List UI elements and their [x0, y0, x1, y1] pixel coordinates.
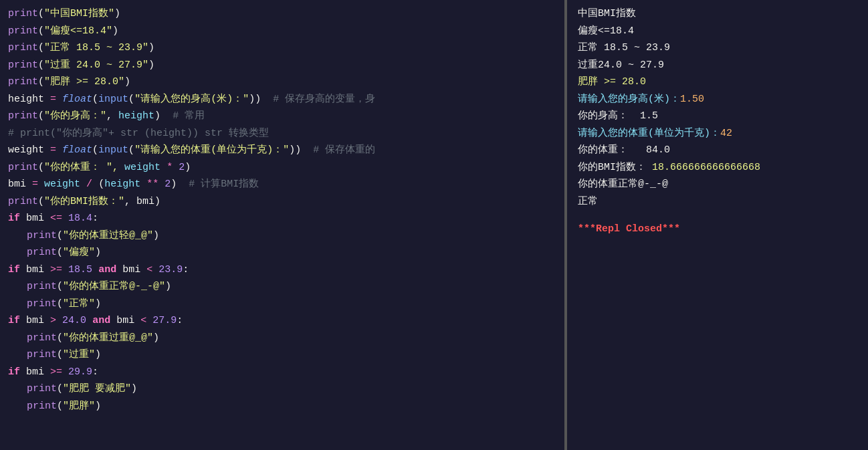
output-line-7: 你的身高： 1.5 [578, 108, 857, 125]
code-line-21: print("过重") [8, 346, 556, 364]
output-line-12: 正常 [578, 193, 857, 211]
code-line-14: print("你的体重过轻@_@") [8, 227, 556, 245]
code-line-17: print("你的体重正常@-_-@") [8, 278, 556, 296]
output-panel: 中国BMI指数 偏瘦<=18.4 正常 18.5 ~ 23.9 过重24.0 ~… [567, 0, 868, 450]
code-line-5: print("肥胖 >= 28.0") [8, 74, 556, 91]
output-line-3: 正常 18.5 ~ 23.9 [578, 39, 857, 57]
code-line-24: print("肥胖") [8, 398, 556, 415]
code-line-22: if bmi >= 29.9: [8, 364, 556, 381]
code-line-12: print("你的BMI指数：", bmi) [8, 193, 556, 211]
code-line-10: print("你的体重： ", weight * 2) [8, 159, 556, 177]
output-repl-closed: ***Repl Closed*** [578, 221, 857, 238]
code-line-23: print("肥肥 要减肥") [8, 380, 556, 398]
code-line-15: print("偏瘦") [8, 244, 556, 261]
output-line-2: 偏瘦<=18.4 [578, 23, 857, 40]
code-line-8: # print("你的身高"+ str (height)) str 转换类型 [8, 125, 556, 142]
code-line-3: print("正常 18.5 ~ 23.9") [8, 39, 556, 57]
code-line-18: print("正常") [8, 296, 556, 313]
code-line-4: print("过重 24.0 ~ 27.9") [8, 57, 556, 74]
output-line-11: 你的体重正常@-_-@ [578, 176, 857, 193]
editor-panel[interactable]: print("中国BMI指数") print("偏瘦<=18.4") print… [0, 0, 567, 450]
output-line-4: 过重24.0 ~ 27.9 [578, 57, 857, 74]
output-line-5: 肥胖 >= 28.0 [578, 74, 857, 91]
code-line-9: weight = float(input("请输入您的体重(单位为千克)："))… [8, 142, 556, 159]
code-line-7: print("你的身高：", height) # 常用 [8, 108, 556, 125]
code-line-6: height = float(input("请输入您的身高(米)：")) # 保… [8, 91, 556, 108]
output-line-8: 请输入您的体重(单位为千克)：42 [578, 125, 857, 142]
code-line-1: print("中国BMI指数") [8, 5, 556, 23]
code-line-20: print("你的体重过重@_@") [8, 330, 556, 347]
code-line-2: print("偏瘦<=18.4") [8, 23, 556, 40]
code-line-13: if bmi <= 18.4: [8, 210, 556, 227]
code-line-19: if bmi > 24.0 and bmi < 27.9: [8, 312, 556, 330]
code-line-11: bmi = weight / (height ** 2) # 计算BMI指数 [8, 176, 556, 193]
output-line-9: 你的体重： 84.0 [578, 142, 857, 159]
code-line-16: if bmi >= 18.5 and bmi < 23.9: [8, 261, 556, 279]
output-line-10: 你的BMI指数： 18.666666666666668 [578, 159, 857, 177]
output-line-6: 请输入您的身高(米)：1.50 [578, 91, 857, 108]
output-line-1: 中国BMI指数 [578, 5, 857, 23]
